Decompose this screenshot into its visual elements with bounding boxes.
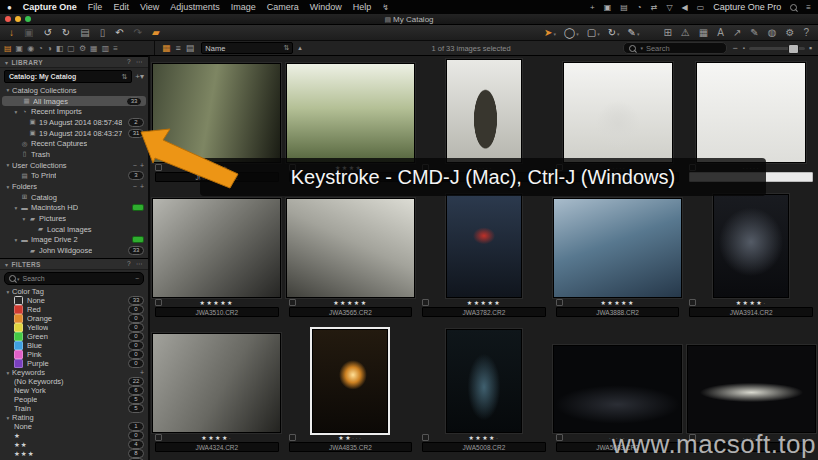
sidebar-item-image-drive-2[interactable]: ▾▬Image Drive 2 xyxy=(0,235,148,246)
spotlight-search-icon[interactable] xyxy=(790,4,797,11)
rotate-tool-icon[interactable]: ↻ xyxy=(608,27,616,38)
disclosure-triangle-icon[interactable]: ▾ xyxy=(4,289,12,295)
filter-row-color-purple[interactable]: Purple0 xyxy=(0,359,148,368)
filter-group-rating[interactable]: ▾Rating xyxy=(0,413,148,422)
sidebar-section-catalog-collections[interactable]: ▾Catalog Collections xyxy=(0,85,148,96)
library-help-icon[interactable]: ? xyxy=(127,58,131,66)
thumbnail-cell[interactable]: ★★★★★JWA3888.CR2 xyxy=(551,191,685,326)
title-bar[interactable]: ▤My Catalog xyxy=(0,14,818,25)
filters-help-icon[interactable]: ? xyxy=(127,260,131,268)
menu-item-help[interactable]: Help xyxy=(353,2,372,12)
menu-item-adjustments[interactable]: Adjustments xyxy=(170,2,220,12)
tab-batch-icon[interactable]: ≡ xyxy=(113,44,118,53)
draw-icon[interactable]: ✎ xyxy=(750,28,758,38)
zoom-slider-track[interactable] xyxy=(749,47,805,50)
photo-thumbnail[interactable] xyxy=(687,345,816,433)
menu-item-capture-one[interactable]: Capture One xyxy=(23,2,77,12)
share-icon[interactable]: ↗ xyxy=(733,28,741,38)
library-panel-header[interactable]: ▾ LIBRARY ? ⋯ xyxy=(0,56,148,68)
sidebar-section-folders[interactable]: ▾Folders−+ xyxy=(0,181,148,192)
photo-thumbnail[interactable] xyxy=(446,329,522,433)
filter-row-keyword--no-keywords-[interactable]: (No Keywords)22 xyxy=(0,377,148,386)
tool-caret-icon[interactable]: ▾ xyxy=(597,31,600,37)
tab-details-icon[interactable]: ◧ xyxy=(56,44,64,53)
zoom-slider-handle[interactable] xyxy=(788,44,799,54)
filter-row-keyword-people[interactable]: People5 xyxy=(0,395,148,404)
filter-row-color-blue[interactable]: Blue0 xyxy=(0,341,148,350)
photo-thumbnail[interactable] xyxy=(553,345,682,433)
filter-row-keyword-new-york[interactable]: New York6 xyxy=(0,386,148,395)
rating-stars[interactable]: ★★··· xyxy=(284,433,418,442)
sidebar-item-macintosh-hd[interactable]: ▾▬Macintosh HD xyxy=(0,203,148,214)
menu-item-file[interactable]: File xyxy=(88,2,103,12)
rating-stars[interactable]: ★★★★· xyxy=(684,298,818,307)
list-view-icon[interactable]: ≡ xyxy=(176,44,181,53)
clock-icon[interactable]: ◔ xyxy=(637,3,642,12)
rating-stars[interactable]: ★★★★★ xyxy=(284,298,418,307)
thumbnail-cell[interactable]: ★★★★·JWA3914.CR2 xyxy=(684,191,818,326)
photo-thumbnail[interactable] xyxy=(446,59,522,163)
redo-icon[interactable]: ↻ xyxy=(62,28,70,38)
sidebar-item-19-august-2014-08-43-27[interactable]: ▣19 August 2014 08:43:2731 xyxy=(0,128,148,139)
tab-metadata-icon[interactable]: ▦ xyxy=(90,44,98,53)
rating-stars[interactable]: ★★★★★ xyxy=(417,298,551,307)
filter-group-keywords[interactable]: ▾Keywords+ xyxy=(0,368,148,377)
disclosure-triangle-icon[interactable]: ▾ xyxy=(12,205,20,211)
add-catalog-button[interactable]: +▾ xyxy=(135,72,144,81)
tab-adjustments-icon[interactable]: ⚙ xyxy=(79,44,86,53)
disclosure-triangle-icon[interactable]: ▾ xyxy=(20,216,28,222)
thumbnail-cell[interactable]: ★★★★·JWA5008.CR2 xyxy=(417,326,551,460)
sidebar-item-19-august-2014-08-57-48[interactable]: ▣19 August 2014 08:57:482 xyxy=(0,117,148,128)
thumbnail-cell[interactable]: ★★···JWA4835.CR2 xyxy=(284,326,418,460)
menu-item-view[interactable]: View xyxy=(140,2,159,12)
help-icon[interactable]: ? xyxy=(803,28,809,38)
menu-item-window[interactable]: Window xyxy=(310,2,342,12)
sidebar-item-john-wildgoose[interactable]: ▰John Wildgoose33 xyxy=(0,245,148,256)
collapse-triangle-icon[interactable]: ▾ xyxy=(5,59,8,66)
import-icon[interactable]: ↓ xyxy=(9,28,14,38)
photo-thumbnail[interactable] xyxy=(286,63,415,163)
filename-field[interactable]: JWA4835.CR2 xyxy=(289,442,413,452)
apple-menu-icon[interactable]: ● xyxy=(7,3,12,12)
undo-icon[interactable]: ↺ xyxy=(43,28,51,38)
filter-row-rating-1[interactable]: ★0 xyxy=(0,431,148,440)
sync-icon[interactable]: ▤ xyxy=(620,3,628,12)
dropdown-icon[interactable]: ▽ xyxy=(666,3,672,12)
thumbnail-cell[interactable]: ★★★★★JWA3565.CR2 xyxy=(284,191,418,326)
sort-select[interactable]: Name ⇅ xyxy=(201,42,293,54)
filename-field[interactable]: JWA3510.CR2 xyxy=(155,307,279,317)
pan-tool-icon[interactable]: ◯ xyxy=(564,27,575,38)
filename-field[interactable]: JWA4324.CR2 xyxy=(155,442,279,452)
output-icon[interactable]: ▰ xyxy=(152,28,160,38)
viewer-toggle-icon[interactable]: ⊞ xyxy=(663,28,671,38)
disclosure-triangle-icon[interactable]: ▾ xyxy=(4,162,12,168)
tab-color-icon[interactable]: ◔ xyxy=(38,44,43,53)
tab-crop-icon[interactable]: ▢ xyxy=(67,44,75,53)
back-icon[interactable]: ↶ xyxy=(115,28,123,38)
tab-lens-icon[interactable]: ◉ xyxy=(27,44,34,53)
move-icon[interactable]: + xyxy=(590,3,595,12)
sort-direction-icon[interactable]: ▴ xyxy=(298,44,302,52)
disclosure-triangle-icon[interactable]: ▾ xyxy=(12,237,20,243)
sidebar-item-local-images[interactable]: ▰Local Images xyxy=(0,224,148,235)
small-thumb-icon[interactable]: ▪ xyxy=(743,45,745,51)
filters-more-icon[interactable]: ⋯ xyxy=(136,260,143,268)
tab-capture-icon[interactable]: ▣ xyxy=(16,44,24,53)
sidebar-item-to-print[interactable]: ▤To Print3 xyxy=(0,171,148,182)
crop-tool-icon-wrap[interactable]: ▢▾ xyxy=(587,27,600,38)
rotate-tool-icon-wrap[interactable]: ↻▾ xyxy=(608,27,620,38)
disclosure-triangle-icon[interactable]: ▾ xyxy=(4,370,12,376)
filename-field[interactable]: JWA5008.CR2 xyxy=(422,442,546,452)
filter-row-color-yellow[interactable]: Yellow0 xyxy=(0,323,148,332)
tool-caret-icon[interactable]: ▾ xyxy=(637,31,640,37)
sidebar-item-trash[interactable]: ▯Trash xyxy=(0,149,148,160)
cursor-tool-icon-wrap[interactable]: ➤▾ xyxy=(544,27,556,38)
sidebar-item-catalog[interactable]: ⊞Catalog xyxy=(0,192,148,203)
thumbnail-cell[interactable]: ★★★★★JWA3782.CR2 xyxy=(417,191,551,326)
exposure-warning-icon[interactable]: ⚠ xyxy=(681,28,690,38)
filter-row-rating-0[interactable]: None1 xyxy=(0,422,148,431)
cursor-tool-icon[interactable]: ➤ xyxy=(544,27,552,38)
disclosure-triangle-icon[interactable]: ▾ xyxy=(12,109,20,115)
catalog-select[interactable]: Catalog: My Catalog ⇅ xyxy=(4,70,132,83)
spot-tool-icon[interactable]: ✎ xyxy=(628,27,636,38)
